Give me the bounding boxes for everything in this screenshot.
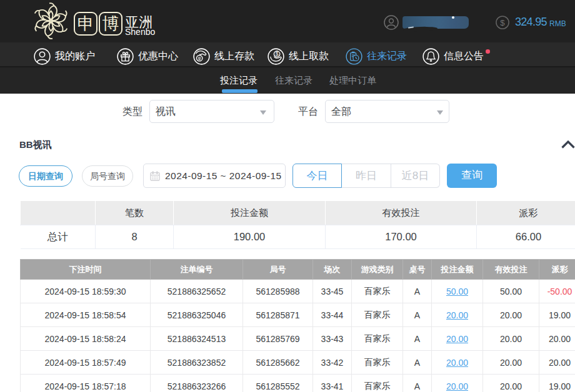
svg-text:$: $ — [276, 51, 279, 57]
svg-text:$: $ — [500, 18, 505, 27]
